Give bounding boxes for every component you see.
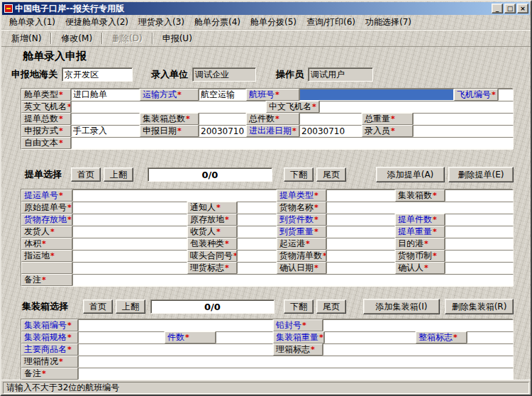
container-table: 集装箱编号*铅封号*集装箱规格*件数*集装箱重量*整箱标志*主要商品名*理箱标志… xyxy=(21,319,513,380)
field-input[interactable] xyxy=(445,214,514,226)
bill-first-button[interactable]: 首页 xyxy=(71,167,101,182)
delete-container-button[interactable]: 删除集装箱(R) xyxy=(445,299,514,314)
field-input[interactable] xyxy=(237,214,277,226)
field-label: 确认人* xyxy=(395,262,445,274)
field-input[interactable] xyxy=(237,238,277,250)
field-input[interactable]: 进口舱单 xyxy=(71,89,140,101)
field-label: 体积* xyxy=(21,238,72,250)
field-input[interactable] xyxy=(467,331,514,343)
field-input[interactable] xyxy=(72,189,277,202)
field-label xyxy=(21,262,72,274)
new-button[interactable]: 新增(N) xyxy=(4,31,48,47)
menu-item-query-print[interactable]: 查询/打印(6) xyxy=(301,15,360,30)
field-input[interactable] xyxy=(326,250,395,262)
field-input[interactable] xyxy=(326,189,395,202)
field-input[interactable]: 手工录入 xyxy=(71,125,140,137)
modify-button[interactable]: 修改(M) xyxy=(54,31,99,47)
table-row: 英文飞机名*中文飞机名* xyxy=(21,101,512,113)
field-input[interactable] xyxy=(299,113,362,125)
field-input[interactable] xyxy=(78,319,273,331)
field-input[interactable] xyxy=(326,226,395,238)
field-label: 确认日期* xyxy=(277,262,326,274)
status-bar: 请输入不大于32位的航班编号 xyxy=(1,380,531,395)
field-label: 货物币制* xyxy=(395,250,445,262)
field-input[interactable] xyxy=(445,238,514,250)
container-prev-button[interactable]: 上翻 xyxy=(116,299,145,314)
field-input[interactable] xyxy=(78,368,514,380)
container-first-button[interactable]: 首页 xyxy=(83,299,113,314)
field-input[interactable] xyxy=(78,331,165,343)
field-input[interactable] xyxy=(72,238,187,250)
field-input[interactable] xyxy=(445,262,514,274)
flight-no-input[interactable] xyxy=(299,89,454,101)
menu-item-function-select[interactable]: 功能选择(7) xyxy=(360,15,416,30)
bill-last-button[interactable]: 尾页 xyxy=(316,167,346,182)
add-bill-button[interactable]: 添加提单(A) xyxy=(376,167,445,182)
bill-next-button[interactable]: 下翻 xyxy=(284,167,314,182)
declare-button[interactable]: 申报(U) xyxy=(155,31,199,47)
field-input[interactable]: 航空运输 xyxy=(199,89,246,101)
field-input[interactable] xyxy=(237,250,277,262)
field-input[interactable] xyxy=(78,343,273,356)
field-input[interactable] xyxy=(71,101,266,113)
field-input[interactable] xyxy=(498,89,514,101)
menu-item-tally-entry[interactable]: 理货录入(3) xyxy=(133,15,189,30)
field-input[interactable] xyxy=(71,137,514,149)
menu-item-manifest-dispatch[interactable]: 舱单分拨(5) xyxy=(245,15,301,30)
field-label: 主要商品名* xyxy=(21,343,78,356)
bill-prev-button[interactable]: 上翻 xyxy=(104,167,133,182)
field-input[interactable] xyxy=(71,113,140,125)
field-input[interactable] xyxy=(72,274,514,286)
field-input[interactable] xyxy=(72,226,187,238)
field-label: 到货件数* xyxy=(277,214,326,226)
field-input[interactable] xyxy=(445,226,514,238)
field-input[interactable] xyxy=(237,262,277,274)
menu-item-quick-manifest-entry[interactable]: 便捷舱单录入(2) xyxy=(60,15,133,30)
declare-customs-input[interactable]: 京开发区 xyxy=(62,67,133,82)
field-input[interactable] xyxy=(445,189,514,202)
field-input[interactable] xyxy=(323,319,514,331)
field-input[interactable] xyxy=(326,262,395,274)
close-icon[interactable]: × xyxy=(517,4,528,13)
field-input[interactable] xyxy=(72,202,187,214)
field-input[interactable] xyxy=(72,262,187,274)
field-input[interactable] xyxy=(237,226,277,238)
field-input[interactable] xyxy=(326,202,514,214)
maximize-icon[interactable]: □ xyxy=(504,4,516,13)
field-input[interactable]: 20030710 xyxy=(199,125,246,137)
field-input[interactable] xyxy=(445,250,514,262)
add-container-button[interactable]: 添加集装箱(I) xyxy=(363,299,440,314)
title-bar[interactable]: 中国电子口岸--报关行专用版 _ □ × xyxy=(2,2,530,15)
field-input[interactable] xyxy=(413,125,514,137)
field-label: 中文飞机名* xyxy=(266,101,319,113)
entry-unit-field: 调试企业 xyxy=(192,67,256,82)
field-label: 总件数* xyxy=(246,113,299,125)
minimize-icon[interactable]: _ xyxy=(492,4,503,13)
field-input[interactable] xyxy=(72,250,187,262)
delete-button: 删除(D) xyxy=(105,31,150,47)
delete-bill-button[interactable]: 删除提单(E) xyxy=(448,167,514,182)
field-input[interactable] xyxy=(323,343,514,356)
field-label: 航班号* xyxy=(246,89,299,101)
menu-item-manifest-entry[interactable]: 舱单录入(1) xyxy=(4,15,60,30)
container-next-button[interactable]: 下翻 xyxy=(284,299,314,314)
field-input[interactable] xyxy=(78,356,514,368)
field-input[interactable] xyxy=(326,238,395,250)
container-last-button[interactable]: 尾页 xyxy=(316,299,346,314)
field-input[interactable] xyxy=(319,101,514,113)
menu-item-manifest-split[interactable]: 舱单分票(4) xyxy=(189,15,245,30)
field-input[interactable] xyxy=(72,214,187,226)
field-input[interactable] xyxy=(199,113,246,125)
field-input[interactable]: 20030710 xyxy=(299,125,362,137)
entry-unit-label: 录入单位 xyxy=(151,68,188,81)
field-input[interactable] xyxy=(324,331,416,343)
table-row: 货物存放地*原存放地*到货件数*提单件数* xyxy=(21,214,512,226)
field-input[interactable] xyxy=(326,214,395,226)
field-label: 集装箱重量* xyxy=(273,331,324,343)
field-input[interactable] xyxy=(237,202,277,214)
field-input[interactable] xyxy=(413,113,514,125)
toolbar-separator xyxy=(152,33,153,44)
page-title: 舱单录入申报 xyxy=(23,50,531,64)
table-row: 理货标志*确认日期*确认人* xyxy=(21,262,512,274)
field-input[interactable] xyxy=(216,331,273,343)
